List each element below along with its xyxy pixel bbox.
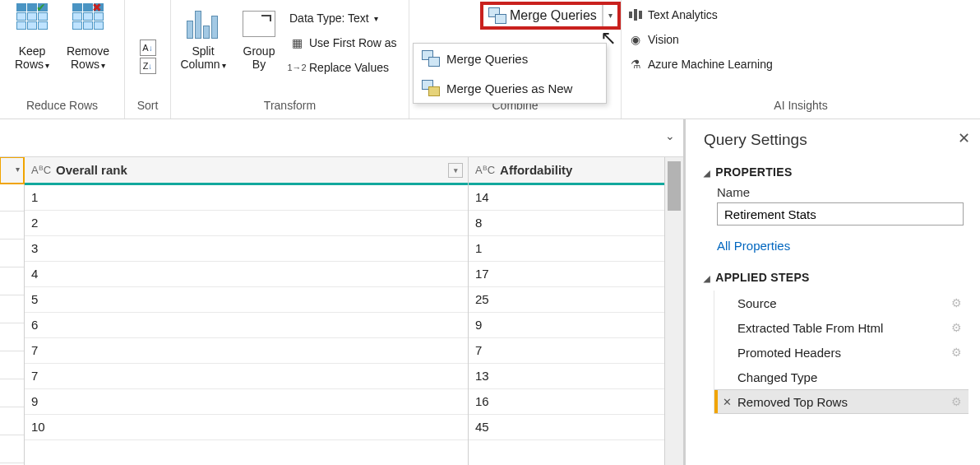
delete-step-icon[interactable]: ✕ bbox=[723, 396, 732, 408]
formula-bar[interactable]: ⌄ bbox=[0, 119, 683, 157]
column-header[interactable]: AᴮC Affordability bbox=[469, 157, 664, 185]
chevron-down-icon[interactable]: ⌄ bbox=[665, 129, 675, 142]
vision-button[interactable]: ◉ Vision bbox=[628, 30, 773, 49]
gear-icon[interactable]: ⚙ bbox=[951, 346, 962, 359]
type-text-icon: AᴮC bbox=[31, 164, 51, 176]
row-header[interactable] bbox=[0, 351, 24, 379]
group-label-ai: AI Insights bbox=[622, 97, 980, 119]
replace-values-button[interactable]: 1→2 Replace Values bbox=[289, 58, 397, 77]
merge-icon bbox=[422, 50, 440, 67]
merge-queries-dropdown-toggle[interactable]: ▾ bbox=[603, 5, 617, 26]
data-cell[interactable]: 7 bbox=[25, 364, 468, 389]
properties-header[interactable]: PROPERTIES bbox=[704, 165, 968, 179]
all-properties-link[interactable]: All Properties bbox=[717, 239, 968, 253]
merge-queries-splitbutton[interactable]: Merge Queries ▾ bbox=[480, 2, 621, 30]
group-label-reduce: Reduce Rows bbox=[0, 97, 124, 119]
data-cell[interactable]: 17 bbox=[469, 262, 664, 287]
flask-icon: ⚗ bbox=[628, 57, 643, 72]
text-analytics-icon bbox=[628, 7, 643, 22]
column-affordability: AᴮC Affordability 14 8 1 17 25 9 7 13 16… bbox=[469, 157, 665, 465]
type-text-icon: AᴮC bbox=[475, 164, 495, 176]
row-header[interactable] bbox=[0, 407, 24, 435]
sort-desc-button[interactable]: Z↓ bbox=[140, 58, 156, 74]
column-header[interactable]: AᴮC Overall rank ▾ bbox=[25, 157, 468, 185]
applied-steps-list: Source⚙ Extracted Table From Html⚙ Promo… bbox=[714, 291, 968, 414]
step-changed-type[interactable]: Changed Type bbox=[714, 365, 968, 389]
merge-queries-menu: Merge Queries Merge Queries as New bbox=[413, 43, 607, 104]
step-promoted-headers[interactable]: Promoted Headers⚙ bbox=[714, 340, 968, 365]
group-reduce-rows: ✔ Keep Rows ✖ Remove Rows Reduce Rows bbox=[0, 0, 125, 119]
gear-icon[interactable]: ⚙ bbox=[951, 321, 962, 334]
data-cell[interactable]: 5 bbox=[25, 287, 468, 313]
data-cell[interactable]: 6 bbox=[25, 313, 468, 338]
step-source[interactable]: Source⚙ bbox=[714, 291, 968, 315]
vertical-scrollbar[interactable] bbox=[665, 157, 683, 465]
data-cell[interactable]: 45 bbox=[469, 415, 664, 440]
gear-icon[interactable]: ⚙ bbox=[951, 395, 962, 408]
split-column-icon bbox=[186, 7, 220, 41]
data-cell[interactable]: 1 bbox=[469, 236, 664, 262]
close-icon[interactable]: ✕ bbox=[958, 129, 970, 147]
column-overall-rank: AᴮC Overall rank ▾ 1 2 3 4 5 6 7 7 9 10 bbox=[25, 157, 469, 465]
merge-queries-as-new-menu-item[interactable]: Merge Queries as New bbox=[414, 73, 606, 103]
main-area: ⌄ AᴮC Overall rank bbox=[0, 119, 980, 465]
row-header[interactable] bbox=[0, 435, 24, 463]
remove-rows-button[interactable]: ✖ Remove Rows bbox=[62, 5, 113, 74]
row-header[interactable] bbox=[0, 184, 24, 212]
data-cell[interactable]: 9 bbox=[469, 313, 664, 338]
query-name-input[interactable] bbox=[717, 202, 964, 226]
row-header[interactable] bbox=[0, 323, 24, 351]
group-sort: A↓ Z↓ Sort bbox=[125, 0, 171, 119]
data-type-dropdown[interactable]: Data Type: Text bbox=[289, 8, 397, 28]
keep-rows-icon: ✔ bbox=[15, 7, 49, 41]
data-grid: AᴮC Overall rank ▾ 1 2 3 4 5 6 7 7 9 10 bbox=[0, 157, 683, 465]
name-label: Name bbox=[717, 185, 968, 199]
gear-icon[interactable]: ⚙ bbox=[951, 296, 962, 309]
data-cell[interactable]: 7 bbox=[25, 338, 468, 364]
group-label-transform: Transform bbox=[171, 97, 409, 119]
data-cell[interactable]: 9 bbox=[25, 389, 468, 415]
data-cell[interactable]: 25 bbox=[469, 287, 664, 313]
text-analytics-button[interactable]: Text Analytics bbox=[628, 5, 773, 25]
row-header[interactable] bbox=[0, 212, 24, 239]
merge-icon bbox=[488, 7, 506, 24]
group-ai-insights: Text Analytics ◉ Vision ⚗ Azure Machine … bbox=[622, 0, 980, 119]
group-transform: Split Column Group By Data Type: Text ▦ … bbox=[171, 0, 409, 119]
data-cell[interactable]: 2 bbox=[25, 211, 468, 236]
select-all-cell[interactable] bbox=[0, 157, 25, 184]
query-settings-pane: ✕ Query Settings PROPERTIES Name All Pro… bbox=[686, 119, 980, 465]
split-column-button[interactable]: Split Column bbox=[178, 5, 229, 74]
data-cell[interactable]: 16 bbox=[469, 389, 664, 415]
data-cell[interactable]: 10 bbox=[25, 415, 468, 440]
azure-ml-button[interactable]: ⚗ Azure Machine Learning bbox=[628, 54, 773, 74]
data-cell[interactable]: 3 bbox=[25, 236, 468, 262]
data-cell[interactable]: 4 bbox=[25, 262, 468, 287]
replace-icon: 1→2 bbox=[289, 60, 304, 75]
data-cell[interactable]: 1 bbox=[25, 185, 468, 211]
row-header-column bbox=[0, 157, 25, 465]
pane-title: Query Settings bbox=[704, 131, 968, 149]
row-header[interactable] bbox=[0, 295, 24, 323]
data-cell[interactable]: 13 bbox=[469, 364, 664, 389]
keep-rows-button[interactable]: ✔ Keep Rows bbox=[7, 5, 58, 74]
step-removed-top-rows[interactable]: ✕Removed Top Rows⚙ bbox=[714, 389, 968, 414]
use-first-row-button[interactable]: ▦ Use First Row as bbox=[289, 33, 397, 53]
first-row-icon: ▦ bbox=[289, 35, 304, 50]
filter-icon[interactable]: ▾ bbox=[448, 163, 463, 178]
remove-rows-icon: ✖ bbox=[71, 7, 105, 41]
sort-asc-button[interactable]: A↓ bbox=[140, 40, 156, 56]
applied-steps-header[interactable]: APPLIED STEPS bbox=[704, 271, 968, 284]
data-cell[interactable]: 7 bbox=[469, 338, 664, 364]
step-extracted-table[interactable]: Extracted Table From Html⚙ bbox=[714, 315, 968, 340]
group-by-icon bbox=[242, 7, 276, 41]
group-by-button[interactable]: Group By bbox=[233, 5, 284, 72]
merge-queries-menu-item[interactable]: Merge Queries bbox=[414, 44, 606, 73]
row-header[interactable] bbox=[0, 239, 24, 267]
row-header[interactable] bbox=[0, 267, 24, 295]
vision-icon: ◉ bbox=[628, 32, 643, 47]
row-header[interactable] bbox=[0, 379, 24, 407]
data-cell[interactable]: 14 bbox=[469, 185, 664, 211]
merge-new-icon bbox=[422, 80, 440, 96]
data-cell[interactable]: 8 bbox=[469, 211, 664, 236]
data-preview-pane: ⌄ AᴮC Overall rank bbox=[0, 119, 683, 465]
